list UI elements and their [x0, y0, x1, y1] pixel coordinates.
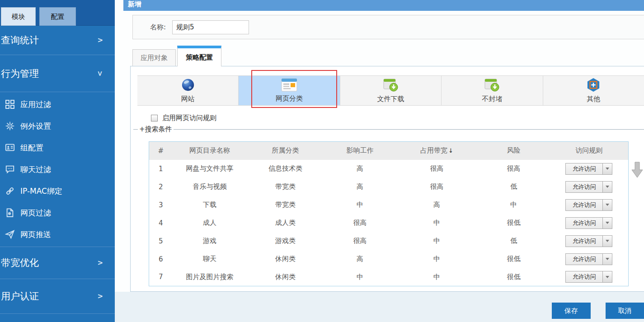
- plus-hex-icon: [587, 78, 600, 94]
- category-tab-website[interactable]: 网站: [137, 76, 239, 105]
- gear-icon: [5, 121, 15, 131]
- tab-module[interactable]: 模块: [1, 7, 36, 26]
- sidebar-item-app-filter[interactable]: 应用过滤: [0, 93, 115, 115]
- category-label: 网站: [181, 95, 195, 103]
- col-risk[interactable]: 风险: [478, 142, 550, 160]
- chevron-down-icon[interactable]: [602, 182, 612, 192]
- col-directory-name[interactable]: 网页目录名称: [173, 142, 247, 160]
- scroll-down-arrow-icon[interactable]: [631, 161, 643, 180]
- chevron-down-icon[interactable]: [602, 254, 612, 265]
- cell-index: 2: [149, 178, 173, 196]
- cell-index: 1: [149, 160, 173, 178]
- sidebar-section-user-auth[interactable]: 用户认证 >: [0, 279, 115, 314]
- category-tab-web-category[interactable]: 网页分类: [239, 76, 340, 105]
- enable-web-rule-label: 启用网页访问规则: [162, 114, 216, 122]
- table-row: 3 下载 带宽类 中 高 中 允许访问: [149, 196, 629, 214]
- enable-web-rule-checkbox[interactable]: [151, 115, 158, 121]
- access-rule-select[interactable]: 允许访问: [565, 181, 612, 193]
- cell-name: 成人: [173, 214, 247, 232]
- access-rule-select[interactable]: 允许访问: [565, 217, 612, 229]
- col-category[interactable]: 所属分类: [247, 142, 324, 160]
- search-conditions-label: +搜索条件: [138, 125, 174, 134]
- chevron-right-icon: >: [97, 259, 103, 267]
- category-tab-other[interactable]: 其他: [543, 76, 644, 105]
- send-icon: [5, 229, 15, 240]
- cell-risk: 很低: [478, 214, 550, 232]
- download-icon: [383, 78, 399, 94]
- name-label: 名称:: [150, 23, 166, 32]
- cell-bandwidth: 中: [396, 232, 478, 250]
- chevron-down-icon[interactable]: [602, 218, 612, 229]
- col-impact[interactable]: 影响工作: [324, 142, 396, 160]
- chevron-down-icon[interactable]: [602, 236, 612, 247]
- cell-name: 网盘与文件共享: [173, 160, 247, 178]
- section-label: 带宽优化: [1, 257, 39, 269]
- cell-bandwidth: 中: [396, 250, 478, 268]
- sidebar-item-chat-filter[interactable]: 聊天过滤: [0, 159, 115, 180]
- tab-apply-target[interactable]: 应用对象: [132, 49, 176, 66]
- app-window: 模块 配置 查询统计 > 行为管理 > 应用过滤 例外设置: [0, 0, 644, 322]
- access-rule-select[interactable]: 允许访问: [565, 163, 612, 175]
- cell-impact: 中: [324, 196, 396, 214]
- sidebar-item-group-config[interactable]: 组配置: [0, 137, 115, 159]
- category-tab-file-download[interactable]: 文件下载: [340, 76, 442, 105]
- sidebar-item-web-push[interactable]: 网页推送: [0, 224, 115, 245]
- access-rule-select[interactable]: 允许访问: [565, 235, 612, 247]
- table-row: 5 游戏 游戏类 很高 中 低 允许访问: [149, 232, 629, 250]
- sidebar: 模块 配置 查询统计 > 行为管理 > 应用过滤 例外设置: [0, 0, 115, 322]
- enable-rule-row: 启用网页访问规则: [151, 114, 216, 122]
- name-input[interactable]: [172, 20, 249, 34]
- chat-icon: [5, 164, 15, 175]
- legend-dash: [133, 129, 138, 130]
- cell-bandwidth: 高: [396, 196, 478, 214]
- sidebar-item-web-filter[interactable]: 网页过滤: [0, 202, 115, 224]
- sidebar-section-query-stats[interactable]: 查询统计 >: [0, 26, 115, 55]
- table-row: 6 聊天 休闲类 高 中 很低 允许访问: [149, 250, 629, 268]
- cancel-button[interactable]: 取消: [606, 303, 644, 319]
- tab-config[interactable]: 配置: [39, 7, 76, 26]
- tab-policy-config[interactable]: 策略配置: [177, 46, 221, 66]
- cell-risk: 很低: [478, 250, 550, 268]
- cell-bandwidth: 很高: [396, 178, 478, 196]
- sidebar-item-ip-mac-binding[interactable]: IP-MAC绑定: [0, 180, 115, 202]
- cell-category: 休闲类: [247, 250, 324, 268]
- cell-index: 3: [149, 196, 173, 214]
- table-row: 7 图片及图片搜索 休闲类 中 中 很低 允许访问: [149, 268, 629, 286]
- table-row: 4 成人 成人类 很高 中 很低 允许访问: [149, 214, 629, 232]
- category-label: 其他: [587, 95, 600, 103]
- sidebar-section-bandwidth[interactable]: 带宽优化 >: [0, 247, 115, 279]
- cell-category: 带宽类: [247, 178, 324, 196]
- cell-index: 5: [149, 232, 173, 250]
- cell-index: 6: [149, 250, 173, 268]
- section-label: 用户认证: [1, 290, 39, 303]
- page-title: 新增: [128, 0, 141, 8]
- chevron-down-icon[interactable]: [602, 271, 612, 282]
- cell-category: 成人类: [247, 214, 324, 232]
- access-rule-select[interactable]: 允许访问: [565, 199, 612, 211]
- category-label: 网页分类: [276, 94, 303, 103]
- sort-desc-icon: ↓: [448, 147, 453, 154]
- cell-name: 音乐与视频: [173, 178, 247, 196]
- cell-bandwidth: 很高: [396, 160, 478, 178]
- access-rule-select[interactable]: 允许访问: [565, 271, 612, 283]
- cell-risk: 很高: [478, 160, 550, 178]
- cell-bandwidth: 中: [396, 268, 478, 286]
- cell-risk: 很低: [478, 268, 550, 286]
- chevron-down-icon[interactable]: [602, 163, 612, 174]
- name-fieldset: 名称:: [132, 15, 644, 39]
- category-tab-no-block[interactable]: 不封堵: [442, 76, 543, 105]
- save-button[interactable]: 保存: [552, 303, 591, 319]
- cell-category: 休闲类: [247, 268, 324, 286]
- search-conditions-toggle[interactable]: +搜索条件: [133, 125, 644, 134]
- chevron-down-icon[interactable]: [602, 200, 612, 210]
- col-bandwidth[interactable]: 占用带宽↓: [396, 142, 478, 160]
- link-icon: [5, 186, 15, 196]
- sidebar-item-label: 网页过滤: [20, 208, 51, 218]
- access-rule-select[interactable]: 允许访问: [565, 253, 612, 265]
- sidebar-section-behavior-mgmt[interactable]: 行为管理 >: [0, 55, 115, 92]
- sidebar-item-label: IP-MAC绑定: [20, 186, 62, 196]
- sidebar-item-exception-settings[interactable]: 例外设置: [0, 115, 115, 137]
- sidebar-top-tabs: 模块 配置: [0, 0, 115, 26]
- webpage-icon: [281, 78, 297, 93]
- col-index: #: [149, 142, 173, 160]
